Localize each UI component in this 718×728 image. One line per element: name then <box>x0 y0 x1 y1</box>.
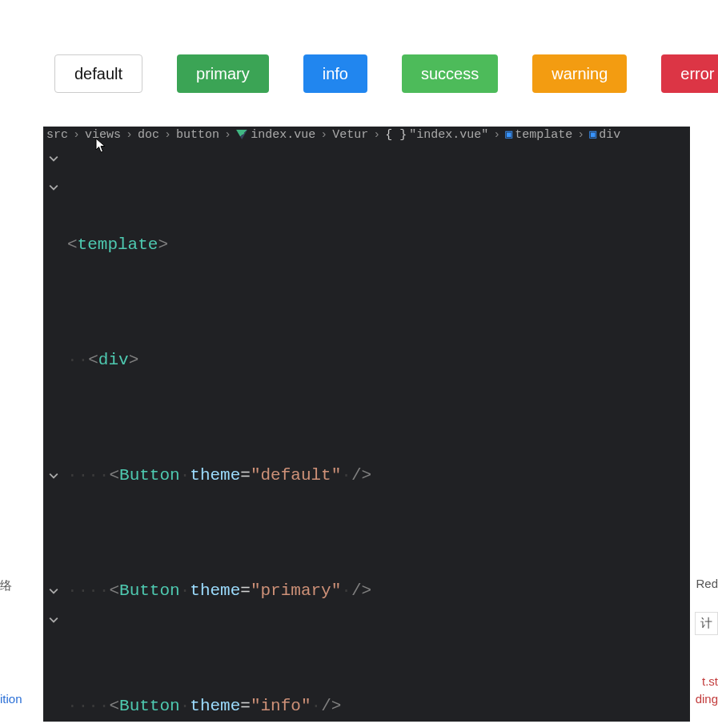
cube-icon: ▣ <box>589 127 596 144</box>
edge-text: t.st <box>702 674 718 688</box>
vue-icon <box>236 130 247 141</box>
fold-icon[interactable] <box>43 173 64 202</box>
edge-text: ding <box>696 692 718 706</box>
code-area[interactable]: <template> ··<div> ····<Button·theme="de… <box>67 144 690 722</box>
breadcrumb-item[interactable]: div <box>599 127 620 144</box>
breadcrumb[interactable]: src› views› doc› button› index.vue› Vetu… <box>43 127 690 144</box>
braces-icon: { } <box>385 127 407 144</box>
breadcrumb-item[interactable]: template <box>515 127 572 144</box>
breadcrumb-item[interactable]: doc <box>138 127 159 144</box>
edge-text: 络 <box>0 578 12 593</box>
code-line[interactable]: ····<Button·theme="default"·/> <box>67 461 690 490</box>
warning-button[interactable]: warning <box>532 54 627 93</box>
breadcrumb-item[interactable]: src <box>46 127 68 144</box>
button-row: default primary info success warning err… <box>0 0 718 93</box>
error-button[interactable]: error <box>661 54 718 93</box>
success-button[interactable]: success <box>402 54 498 93</box>
fold-icon[interactable] <box>43 461 64 490</box>
code-line[interactable]: ····<Button·theme="info"·/> <box>67 692 690 721</box>
code-line[interactable]: <template> <box>67 231 690 259</box>
fold-gutter <box>43 144 64 634</box>
fold-icon[interactable] <box>43 605 64 634</box>
info-button[interactable]: info <box>303 54 367 93</box>
code-line[interactable]: ····<Button·theme="primary"·/> <box>67 577 690 605</box>
default-button[interactable]: default <box>54 54 142 93</box>
edge-text: Red <box>696 577 718 590</box>
fold-icon[interactable] <box>43 144 64 173</box>
primary-button[interactable]: primary <box>177 54 269 93</box>
edge-text: 计 <box>695 612 718 635</box>
cube-icon: ▣ <box>505 127 512 144</box>
breadcrumb-item[interactable]: button <box>176 127 219 144</box>
breadcrumb-item[interactable]: views <box>85 127 121 144</box>
fold-icon[interactable] <box>43 577 64 605</box>
code-line[interactable]: ··<div> <box>67 346 690 375</box>
breadcrumb-file[interactable]: index.vue <box>251 127 315 144</box>
breadcrumb-item[interactable]: Vetur <box>332 127 368 144</box>
edge-text: ition <box>0 692 22 706</box>
breadcrumb-item[interactable]: "index.vue" <box>409 127 488 144</box>
code-editor[interactable]: src› views› doc› button› index.vue› Vetu… <box>43 127 690 722</box>
